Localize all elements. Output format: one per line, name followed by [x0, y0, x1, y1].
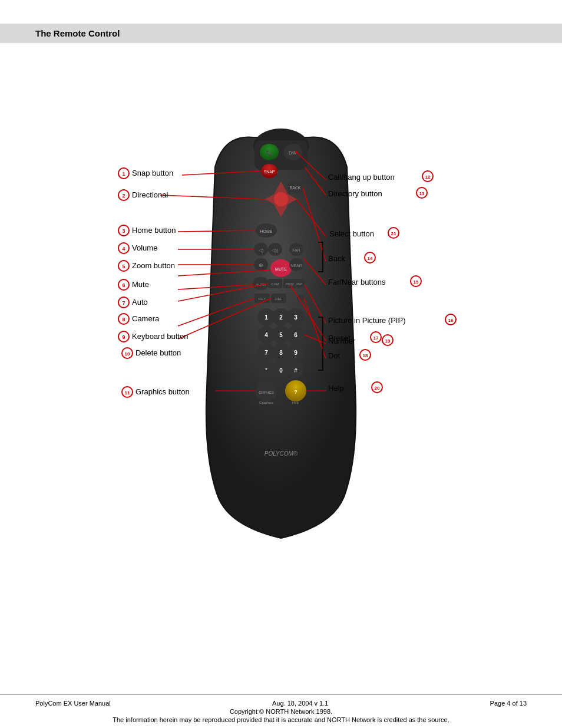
svg-text:Home button: Home button [132, 226, 176, 235]
svg-point-86 [295, 151, 297, 153]
svg-text:4: 4 [265, 332, 268, 338]
svg-text:KEY: KEY [259, 297, 266, 301]
svg-text:POLYCOM®: POLYCOM® [265, 450, 298, 457]
svg-text:20: 20 [375, 386, 380, 391]
page-title: The Remote Control [35, 28, 527, 38]
svg-text:21: 21 [391, 231, 396, 236]
svg-text:1: 1 [122, 171, 125, 177]
svg-text:Help: Help [328, 384, 344, 393]
svg-text:Delete button: Delete button [135, 348, 181, 357]
svg-text:Mute: Mute [132, 280, 149, 289]
footer-center: Aug. 18, 2004 v 1.1 [272, 700, 328, 707]
svg-text:17: 17 [373, 335, 379, 341]
svg-text:7: 7 [265, 350, 268, 356]
footer-disclaimer: The information herein may be reproduced… [113, 716, 449, 723]
svg-text:0: 0 [279, 367, 283, 374]
svg-text:3: 3 [122, 228, 125, 234]
svg-text:Keyboard button: Keyboard button [132, 332, 188, 341]
remote-diagram: 📞 DIR SNAP BACK HOME ◁) ◁)) FAR [0, 49, 562, 579]
footer-copyright: Copyright © NORTH Network 1998. [230, 708, 332, 715]
svg-point-12 [274, 192, 288, 206]
svg-text:📞: 📞 [266, 149, 273, 156]
svg-text:Picture in Picture (PIP): Picture in Picture (PIP) [328, 316, 406, 325]
svg-text:2: 2 [122, 193, 125, 199]
svg-text:NEAR: NEAR [290, 263, 302, 268]
svg-text:Graphics: Graphics [259, 401, 273, 404]
footer-right: Page 4 of 13 [490, 700, 527, 707]
svg-text:Directory button: Directory button [328, 189, 382, 198]
svg-text:MUTE: MUTE [275, 267, 287, 271]
svg-point-74 [182, 174, 183, 176]
svg-text:6: 6 [122, 282, 125, 288]
svg-text:Auto: Auto [132, 298, 148, 307]
svg-text:CAM: CAM [271, 282, 279, 286]
svg-text:?: ? [294, 389, 297, 395]
svg-text:16: 16 [448, 318, 454, 323]
svg-text:14: 14 [368, 256, 373, 261]
svg-text:Graphics button: Graphics button [135, 387, 190, 396]
svg-text:Help: Help [292, 401, 300, 404]
svg-text:Number: Number [328, 337, 356, 345]
svg-text:4: 4 [122, 246, 125, 252]
svg-text:11: 11 [125, 390, 130, 396]
svg-text:HOME: HOME [260, 229, 273, 233]
svg-text:7: 7 [122, 300, 125, 306]
svg-text:GRPHCS: GRPHCS [259, 391, 274, 394]
svg-text:2: 2 [279, 314, 283, 321]
svg-text:◁): ◁) [259, 248, 264, 253]
svg-text:9: 9 [294, 350, 297, 356]
svg-text:Directional: Directional [132, 190, 168, 199]
svg-text:*: * [265, 367, 267, 374]
svg-text:Camera: Camera [132, 314, 160, 323]
svg-text:9: 9 [122, 334, 125, 340]
svg-text:Select button: Select button [329, 229, 374, 238]
svg-text:PIP: PIP [296, 282, 302, 286]
svg-text:12: 12 [425, 174, 431, 180]
svg-text:Call/hang up button: Call/hang up button [328, 173, 395, 182]
svg-text:Snap button: Snap button [132, 169, 173, 177]
svg-text:#: # [294, 367, 297, 374]
svg-text:Far/Near buttons: Far/Near buttons [328, 278, 386, 286]
footer-left: PolyCom EX User Manual [35, 700, 111, 707]
footer: PolyCom EX User Manual Aug. 18, 2004 v 1… [0, 694, 562, 728]
svg-text:⊕: ⊕ [259, 262, 263, 268]
svg-text:3: 3 [294, 314, 297, 321]
svg-text:8: 8 [122, 317, 125, 322]
svg-text:15: 15 [414, 279, 419, 285]
svg-text:Dot: Dot [328, 351, 340, 360]
svg-text:19: 19 [385, 338, 391, 344]
svg-text:Volume: Volume [132, 243, 157, 252]
svg-text:Back: Back [328, 254, 345, 263]
svg-text:10: 10 [125, 351, 130, 357]
svg-text:BACK: BACK [289, 186, 300, 190]
svg-text:SNAP: SNAP [263, 170, 275, 174]
svg-text:Zoom button: Zoom button [132, 261, 175, 270]
svg-text:13: 13 [419, 191, 425, 196]
svg-text:5: 5 [122, 263, 125, 269]
svg-text:1: 1 [265, 314, 268, 321]
svg-text:◁)): ◁)) [272, 248, 279, 253]
svg-text:8: 8 [279, 350, 283, 356]
svg-text:FAR: FAR [292, 248, 300, 252]
svg-text:18: 18 [363, 353, 368, 358]
svg-text:6: 6 [294, 332, 297, 338]
svg-text:DEL: DEL [275, 297, 282, 301]
svg-text:5: 5 [279, 332, 283, 338]
